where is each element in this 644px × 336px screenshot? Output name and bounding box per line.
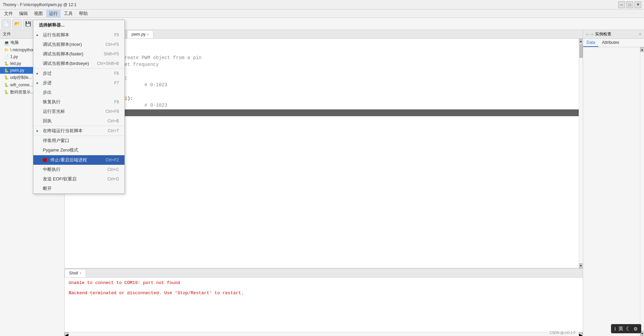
- shell-tab[interactable]: Shell ×: [65, 269, 86, 277]
- code-line-8: me.sleep_ms(1): [65, 89, 579, 96]
- resume-shortcut: F8: [114, 100, 119, 104]
- code-line-7: wm0.duty(i) # 0-1023: [65, 82, 579, 89]
- menu-run[interactable]: 运行: [46, 10, 61, 17]
- shell-tab-close[interactable]: ×: [80, 271, 82, 275]
- dropdown-disconnect[interactable]: 断开: [33, 184, 124, 193]
- menu-view[interactable]: 视图: [31, 10, 46, 17]
- shell-content[interactable]: Unable to connect to COM19: port not fou…: [65, 278, 583, 332]
- dropdown-dock-user-window[interactable]: 停靠用户窗口: [33, 136, 124, 145]
- dropdown-run-to-cursor[interactable]: 运行至光标 Ctrl+F8: [33, 107, 124, 116]
- step-in-label: 步进: [43, 80, 52, 86]
- minimize-button[interactable]: ─: [618, 1, 625, 8]
- sidebar-label-shumaguan: 数码管显示...: [10, 89, 34, 95]
- dropdown-section-3: ● 在终端运行当前脚本 Ctrl+T: [33, 126, 124, 136]
- code-line-3: M(Pin(2)) # create PWM object from a pin: [65, 55, 579, 62]
- dropdown-section-2: ● 步过 F6 ● 步进 F7 步出 恢复执行 F8 运行至光标 Ctrl+F8…: [33, 69, 124, 126]
- close-button[interactable]: ✕: [634, 1, 641, 8]
- open-file-button[interactable]: 📂: [12, 19, 22, 29]
- dropdown-debug-faster[interactable]: 调试当前脚本(faster) Shift+F5: [33, 49, 124, 59]
- menu-edit[interactable]: 编辑: [16, 10, 31, 17]
- new-file-button[interactable]: 📄: [1, 19, 11, 29]
- watermark: CSDN @小D-1子: [550, 331, 576, 335]
- disconnect-label: 断开: [43, 185, 52, 192]
- bottom-scrollbar[interactable]: ◀ ▶: [65, 332, 583, 336]
- debug-nicer-shortcut: Ctrl+F5: [105, 42, 119, 47]
- dropdown-debug-birdseye[interactable]: 调试当前脚本(birdseye) Ctrl+Shift+B: [33, 59, 124, 68]
- hscroll-track: [69, 332, 579, 336]
- sidebar-label-ledpy: led.py: [10, 61, 21, 66]
- right-panel-tab-attributes[interactable]: Attributes: [598, 39, 623, 47]
- dropdown-resume[interactable]: 恢复执行 F8: [33, 97, 124, 107]
- debug-nicer-label: 调试当前脚本(nicer): [43, 41, 82, 48]
- shell-tab-label: Shell: [69, 271, 78, 276]
- code-line-6: in range(0,1024,1):: [65, 75, 579, 82]
- right-panel-close-icon[interactable]: ×: [639, 32, 641, 37]
- rp-scroll-up[interactable]: ▲: [640, 47, 644, 52]
- tab-close-pwm[interactable]: ×: [147, 33, 149, 36]
- dropdown-stop-restart[interactable]: 停止/重启后端进程 Ctrl+F2: [33, 155, 124, 165]
- scroll-up-arrow[interactable]: ▲: [579, 39, 583, 43]
- stop-restart-label: 停止/重启后端进程: [43, 157, 87, 163]
- code-line-10: wm0.duty(i) # 0-1023: [65, 103, 579, 109]
- dropdown-run-in-terminal[interactable]: ● 在终端运行当前脚本 Ctrl+T: [33, 126, 124, 136]
- right-panel-content: ▲ ▼: [583, 47, 644, 336]
- shell-area: Shell × Unable to connect to COM19: port…: [65, 268, 583, 336]
- code-line-2: ne: [65, 48, 579, 55]
- dropdown-pygame-zero[interactable]: Pygame Zero模式: [33, 145, 124, 155]
- code-line-1: ine import Pin, PWM: [65, 41, 579, 48]
- dropdown-header-interpreter[interactable]: 选择解释器...: [33, 20, 124, 30]
- file-icon-shumaguan: 🐍: [4, 90, 9, 94]
- scroll-down-arrow[interactable]: ▼: [579, 263, 583, 268]
- scroll-thumb[interactable]: [579, 44, 583, 58]
- send-eof-shortcut: Ctrl+D: [107, 177, 119, 181]
- code-editor[interactable]: ine import Pin, PWM ne M(Pin(2)) # creat…: [65, 39, 579, 268]
- step-over-shortcut: F6: [114, 71, 119, 76]
- file-icon-pwmpy: 🐍: [4, 68, 9, 73]
- right-panel-scrollbar[interactable]: ▲ ▼: [640, 47, 644, 336]
- sidebar-label-wifi: wifi_conne...: [10, 83, 33, 87]
- step-in-shortcut: F7: [114, 81, 119, 85]
- hscroll-right-arrow[interactable]: ▶: [579, 332, 583, 336]
- ime-moon-icon[interactable]: ☾: [626, 325, 631, 332]
- right-panel-tab-data[interactable]: Data: [583, 39, 598, 47]
- return-label: 回执: [43, 118, 52, 124]
- title-bar-left: Thonny - F:\micropython\pwm.py @ 12:1: [3, 2, 77, 7]
- dropdown-debug-nicer[interactable]: 调试当前脚本(nicer) Ctrl+F5: [33, 40, 124, 49]
- step-over-check: ●: [36, 71, 38, 75]
- shell-line-1: Unable to connect to COM19: port not fou…: [69, 280, 579, 285]
- hscroll-left-arrow[interactable]: ◀: [65, 332, 69, 336]
- dock-user-window-label: 停靠用户窗口: [43, 138, 69, 144]
- step-over-label: 步过: [43, 70, 52, 76]
- dropdown-send-eof[interactable]: 发送 EOF/软重启 Ctrl+D: [33, 174, 124, 184]
- right-panel-tabs: Data Attributes: [583, 39, 644, 47]
- dropdown-return[interactable]: 回执 Ctrl+B: [33, 116, 124, 126]
- run-to-cursor-shortcut: Ctrl+F8: [105, 109, 119, 114]
- editor-scrollbar[interactable]: ▲ ▼: [579, 39, 583, 268]
- step-in-check: ●: [36, 81, 38, 85]
- editor-with-scroll: 数码管显示.py × led.py × pwm.py ×: [65, 30, 583, 268]
- run-dropdown-menu[interactable]: 选择解释器... ● 运行当前脚本 F5 调试当前脚本(nicer) Ctrl+…: [33, 20, 125, 194]
- computer-icon: 💻: [4, 40, 9, 45]
- save-file-button[interactable]: 💾: [23, 19, 33, 29]
- code-line-5: e:: [65, 69, 579, 75]
- debug-birdseye-shortcut: Ctrl+Shift+B: [97, 61, 119, 66]
- run-current-label: 运行当前脚本: [43, 32, 69, 38]
- menu-help[interactable]: 帮助: [76, 10, 90, 17]
- dropdown-step-in[interactable]: ● 步进 F7: [33, 78, 124, 88]
- send-eof-label: 发送 EOF/软重启: [43, 176, 77, 182]
- ime-settings-icon[interactable]: ⚙: [633, 326, 638, 332]
- right-panel-title-text: 实例检查: [595, 31, 611, 37]
- tab-label-pwm: pwm.py: [132, 32, 146, 37]
- dropdown-run-current[interactable]: ● 运行当前脚本 F5: [33, 30, 124, 40]
- menu-tools[interactable]: 工具: [61, 10, 75, 17]
- dropdown-step-out[interactable]: 步出: [33, 88, 124, 97]
- menu-file[interactable]: 文件: [1, 10, 16, 17]
- tab-pwm[interactable]: pwm.py ×: [127, 30, 153, 38]
- ime-lang-button[interactable]: 英: [618, 326, 623, 332]
- code-line-9: in range(1023,-1,-1):: [65, 96, 579, 103]
- step-out-label: 步出: [43, 89, 52, 95]
- dropdown-interrupt[interactable]: 中断执行 Ctrl+C: [33, 165, 124, 174]
- title-bar-controls[interactable]: ─ □ ✕: [618, 1, 641, 8]
- maximize-button[interactable]: □: [626, 1, 633, 8]
- dropdown-step-over[interactable]: ● 步过 F6: [33, 69, 124, 78]
